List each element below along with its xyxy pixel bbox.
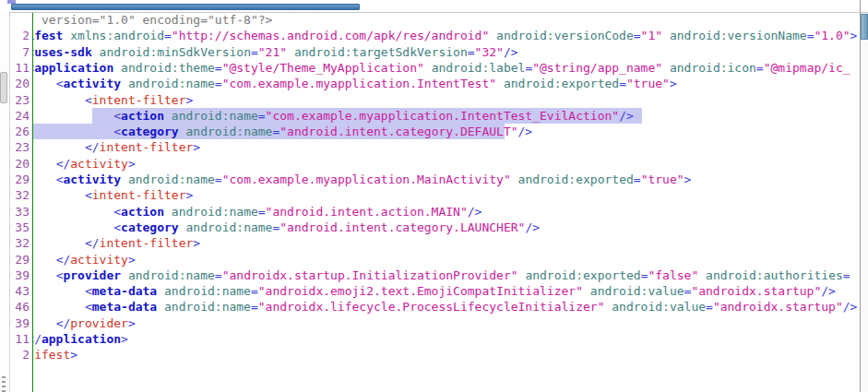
code-text: </activity>	[33, 156, 136, 172]
line-number: 35	[15, 220, 30, 235]
code-text: <category android:name="android.intent.c…	[33, 220, 540, 235]
code-line[interactable]: <application android:theme="@style/Theme…	[33, 60, 860, 76]
line-number: 29	[15, 172, 30, 187]
line-number: 2	[22, 28, 30, 43]
code-text: </intent-filter>	[33, 235, 200, 251]
divider-grip-dot	[2, 386, 6, 387]
line-number: 23	[15, 92, 30, 108]
code-text: <meta-data android:name="androidx.emoji2…	[33, 283, 836, 299]
code-line[interactable]: <meta-data android:name="androidx.emoji2…	[33, 283, 860, 299]
line-number: 26	[15, 124, 30, 139]
line-number: 46	[15, 299, 30, 315]
vertical-scrollbar-thumb[interactable]	[861, 14, 868, 40]
code-line[interactable]: </intent-filter>	[33, 139, 860, 155]
code-text: </intent-filter>	[33, 139, 200, 155]
code-editor[interactable]: 271120232426232029323335322939434639112 …	[10, 13, 860, 392]
line-number: 39	[15, 267, 30, 283]
code-text: <?xml version="1.0" encoding="utf-8"?>	[33, 13, 272, 28]
code-line[interactable]: <activity android:name="com.example.myap…	[33, 76, 860, 91]
code-text: <intent-filter>	[33, 92, 193, 108]
code-line[interactable]: </activity>	[33, 156, 860, 172]
code-text: <uses-sdk android:minSdkVersion="21" and…	[33, 44, 518, 60]
left-scrollbar-thumb[interactable]	[0, 72, 7, 103]
code-viewport[interactable]: <?xml version="1.0" encoding="utf-8"?><m…	[33, 13, 860, 392]
vertical-scrollbar[interactable]	[861, 13, 868, 392]
code-line[interactable]: <intent-filter>	[33, 92, 860, 108]
code-line[interactable]: </provider>	[33, 315, 860, 331]
code-line[interactable]: </activity>	[33, 252, 860, 267]
code-text: </manifest>	[33, 347, 77, 362]
line-number: 32	[15, 187, 30, 203]
code-line[interactable]: </intent-filter>	[33, 235, 860, 251]
code-text: <meta-data android:name="androidx.lifecy…	[33, 299, 857, 315]
horizontal-scrollbar-thumb[interactable]	[11, 4, 360, 10]
line-number: 33	[15, 204, 30, 220]
code-line[interactable]: <action android:name="android.intent.act…	[33, 204, 860, 220]
line-number: 24	[15, 108, 30, 124]
line-number: 29	[15, 252, 30, 267]
code-text: <manifest xmlns:android="http://schemas.…	[33, 28, 857, 43]
xml-editor-window: 271120232426232029323335322939434639112 …	[0, 0, 868, 392]
code-text: <category android:name="android.intent.c…	[33, 124, 532, 139]
code-line[interactable]: </manifest>	[33, 347, 860, 362]
code-text: <application android:theme="@style/Theme…	[33, 60, 850, 76]
code-line[interactable]: <manifest xmlns:android="http://schemas.…	[33, 28, 860, 43]
line-number: 32	[15, 235, 30, 251]
line-number: 7	[22, 44, 30, 60]
line-number: 43	[15, 283, 30, 299]
line-number-gutter: 271120232426232029323335322939434639112	[10, 13, 32, 392]
code-line[interactable]: </application>	[33, 331, 860, 347]
divider-grip-dot	[2, 381, 6, 383]
code-line[interactable]: <category android:name="android.intent.c…	[33, 220, 860, 235]
code-line[interactable]: <provider android:name="androidx.startup…	[33, 267, 860, 283]
code-text: </application>	[33, 331, 128, 347]
line-number: 39	[15, 315, 30, 331]
code-line[interactable]: <uses-sdk android:minSdkVersion="21" and…	[33, 44, 860, 60]
code-line[interactable]: <category android:name="android.intent.c…	[33, 124, 860, 139]
line-number: 11	[15, 60, 30, 76]
code-text: <action android:name="android.intent.act…	[33, 204, 482, 220]
panel-divider[interactable]	[0, 13, 10, 392]
code-text: </provider>	[33, 315, 136, 331]
code-text: <provider android:name="androidx.startup…	[33, 267, 850, 283]
divider-grip-dot	[2, 376, 6, 378]
code-line[interactable]: <activity android:name="com.example.myap…	[33, 172, 860, 187]
line-number: 11	[15, 331, 30, 347]
code-text: </activity>	[33, 252, 136, 267]
code-line[interactable]: <meta-data android:name="androidx.lifecy…	[33, 299, 860, 315]
code-line[interactable]: <?xml version="1.0" encoding="utf-8"?>	[33, 13, 860, 28]
code-text: <activity android:name="com.example.myap…	[33, 172, 691, 187]
code-text: <activity android:name="com.example.myap…	[33, 76, 677, 91]
line-number: 23	[15, 139, 30, 155]
line-number: 20	[15, 156, 30, 172]
code-line[interactable]: <intent-filter>	[33, 187, 860, 203]
code-text: <action android:name="com.example.myappl…	[33, 108, 634, 124]
line-number: 2	[22, 347, 30, 362]
code-text: <intent-filter>	[33, 187, 193, 203]
code-line[interactable]: <action android:name="com.example.myappl…	[33, 108, 860, 124]
line-number: 20	[15, 76, 30, 91]
